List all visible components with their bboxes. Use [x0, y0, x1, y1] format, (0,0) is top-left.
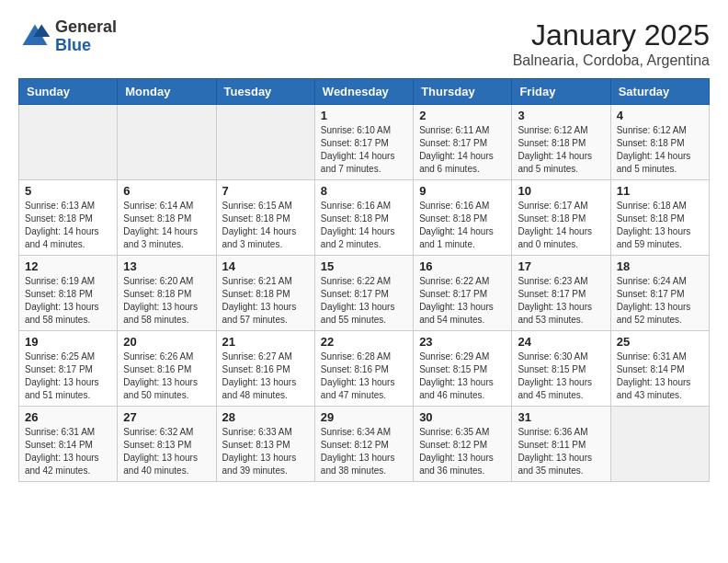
- day-number: 25: [617, 335, 703, 349]
- calendar-week-row: 26Sunrise: 6:31 AMSunset: 8:14 PMDayligh…: [19, 407, 710, 482]
- calendar-cell: 24Sunrise: 6:30 AMSunset: 8:15 PMDayligh…: [512, 331, 610, 407]
- calendar-cell: 2Sunrise: 6:11 AMSunset: 8:17 PMDaylight…: [414, 105, 512, 180]
- calendar-cell: 6Sunrise: 6:14 AMSunset: 8:18 PMDaylight…: [118, 180, 216, 256]
- calendar-cell: 28Sunrise: 6:33 AMSunset: 8:13 PMDayligh…: [216, 407, 314, 482]
- day-info: Sunrise: 6:27 AMSunset: 8:16 PMDaylight:…: [222, 350, 309, 402]
- calendar-cell: 3Sunrise: 6:12 AMSunset: 8:18 PMDaylight…: [512, 105, 610, 180]
- day-number: 2: [419, 109, 506, 122]
- calendar-cell: 9Sunrise: 6:16 AMSunset: 8:18 PMDaylight…: [414, 180, 512, 256]
- calendar-subtitle: Balnearia, Cordoba, Argentina: [513, 52, 710, 69]
- day-number: 20: [123, 335, 210, 349]
- logo-general: General: [55, 18, 117, 37]
- calendar-cell: 18Sunrise: 6:24 AMSunset: 8:17 PMDayligh…: [610, 256, 709, 331]
- day-number: 31: [518, 410, 604, 424]
- day-number: 29: [321, 410, 407, 424]
- day-number: 21: [222, 335, 309, 349]
- day-number: 9: [419, 184, 506, 198]
- day-number: 15: [321, 259, 407, 273]
- day-info: Sunrise: 6:22 AMSunset: 8:17 PMDaylight:…: [419, 275, 506, 327]
- day-number: 12: [25, 259, 111, 273]
- day-number: 7: [222, 184, 309, 198]
- day-info: Sunrise: 6:34 AMSunset: 8:12 PMDaylight:…: [321, 426, 407, 477]
- calendar-cell: 13Sunrise: 6:20 AMSunset: 8:18 PMDayligh…: [118, 256, 216, 331]
- title-block: January 2025 Balnearia, Cordoba, Argenti…: [513, 18, 710, 69]
- logo-text: General Blue: [55, 18, 117, 55]
- weekday-header: Thursday: [414, 79, 512, 105]
- calendar-cell: 31Sunrise: 6:36 AMSunset: 8:11 PMDayligh…: [512, 407, 610, 482]
- day-number: 4: [617, 109, 703, 122]
- day-number: 26: [25, 410, 111, 424]
- day-info: Sunrise: 6:19 AMSunset: 8:18 PMDaylight:…: [25, 275, 111, 327]
- day-number: 5: [25, 184, 111, 198]
- calendar-cell: 23Sunrise: 6:29 AMSunset: 8:15 PMDayligh…: [414, 331, 512, 407]
- calendar-cell: 27Sunrise: 6:32 AMSunset: 8:13 PMDayligh…: [118, 407, 216, 482]
- calendar-cell: 10Sunrise: 6:17 AMSunset: 8:18 PMDayligh…: [512, 180, 610, 256]
- day-number: 16: [419, 259, 506, 273]
- logo-blue: Blue: [55, 37, 117, 55]
- day-number: 8: [321, 184, 407, 198]
- day-number: 13: [123, 259, 210, 273]
- calendar-cell: 30Sunrise: 6:35 AMSunset: 8:12 PMDayligh…: [414, 407, 512, 482]
- calendar-header-row: SundayMondayTuesdayWednesdayThursdayFrid…: [19, 79, 710, 105]
- calendar-cell: 29Sunrise: 6:34 AMSunset: 8:12 PMDayligh…: [314, 407, 413, 482]
- day-info: Sunrise: 6:16 AMSunset: 8:18 PMDaylight:…: [321, 200, 407, 251]
- weekday-header: Sunday: [19, 79, 118, 105]
- calendar-cell: 15Sunrise: 6:22 AMSunset: 8:17 PMDayligh…: [314, 256, 413, 331]
- weekday-header: Tuesday: [216, 79, 314, 105]
- day-info: Sunrise: 6:24 AMSunset: 8:17 PMDaylight:…: [617, 275, 703, 327]
- calendar-cell: [19, 105, 118, 180]
- calendar-cell: [118, 105, 216, 180]
- day-number: 14: [222, 259, 309, 273]
- day-number: 6: [123, 184, 210, 198]
- calendar-cell: [216, 105, 314, 180]
- calendar-cell: [610, 407, 709, 482]
- calendar-cell: 12Sunrise: 6:19 AMSunset: 8:18 PMDayligh…: [19, 256, 118, 331]
- weekday-header: Friday: [512, 79, 610, 105]
- day-number: 17: [518, 259, 604, 273]
- weekday-header: Wednesday: [314, 79, 413, 105]
- day-number: 22: [321, 335, 407, 349]
- day-number: 11: [617, 184, 703, 198]
- calendar-cell: 7Sunrise: 6:15 AMSunset: 8:18 PMDaylight…: [216, 180, 314, 256]
- calendar-cell: 17Sunrise: 6:23 AMSunset: 8:17 PMDayligh…: [512, 256, 610, 331]
- day-info: Sunrise: 6:18 AMSunset: 8:18 PMDaylight:…: [617, 200, 703, 251]
- logo-icon: [18, 20, 51, 53]
- day-number: 27: [123, 410, 210, 424]
- day-number: 23: [419, 335, 506, 349]
- day-info: Sunrise: 6:12 AMSunset: 8:18 PMDaylight:…: [518, 124, 604, 176]
- day-number: 1: [321, 109, 407, 122]
- day-info: Sunrise: 6:36 AMSunset: 8:11 PMDaylight:…: [518, 426, 604, 477]
- calendar-cell: 20Sunrise: 6:26 AMSunset: 8:16 PMDayligh…: [118, 331, 216, 407]
- day-info: Sunrise: 6:23 AMSunset: 8:17 PMDaylight:…: [518, 275, 604, 327]
- calendar-week-row: 19Sunrise: 6:25 AMSunset: 8:17 PMDayligh…: [19, 331, 710, 407]
- day-info: Sunrise: 6:20 AMSunset: 8:18 PMDaylight:…: [123, 275, 210, 327]
- day-info: Sunrise: 6:31 AMSunset: 8:14 PMDaylight:…: [617, 350, 703, 402]
- calendar-cell: 25Sunrise: 6:31 AMSunset: 8:14 PMDayligh…: [610, 331, 709, 407]
- calendar-cell: 19Sunrise: 6:25 AMSunset: 8:17 PMDayligh…: [19, 331, 118, 407]
- calendar-cell: 4Sunrise: 6:12 AMSunset: 8:18 PMDaylight…: [610, 105, 709, 180]
- day-info: Sunrise: 6:17 AMSunset: 8:18 PMDaylight:…: [518, 200, 604, 251]
- day-info: Sunrise: 6:28 AMSunset: 8:16 PMDaylight:…: [321, 350, 407, 402]
- weekday-header: Saturday: [610, 79, 709, 105]
- calendar-week-row: 12Sunrise: 6:19 AMSunset: 8:18 PMDayligh…: [19, 256, 710, 331]
- day-number: 3: [518, 109, 604, 122]
- day-info: Sunrise: 6:13 AMSunset: 8:18 PMDaylight:…: [25, 200, 111, 251]
- calendar-cell: 14Sunrise: 6:21 AMSunset: 8:18 PMDayligh…: [216, 256, 314, 331]
- calendar-cell: 21Sunrise: 6:27 AMSunset: 8:16 PMDayligh…: [216, 331, 314, 407]
- day-info: Sunrise: 6:25 AMSunset: 8:17 PMDaylight:…: [25, 350, 111, 402]
- day-number: 28: [222, 410, 309, 424]
- day-info: Sunrise: 6:26 AMSunset: 8:16 PMDaylight:…: [123, 350, 210, 402]
- day-info: Sunrise: 6:21 AMSunset: 8:18 PMDaylight:…: [222, 275, 309, 327]
- calendar-cell: 16Sunrise: 6:22 AMSunset: 8:17 PMDayligh…: [414, 256, 512, 331]
- calendar-table: SundayMondayTuesdayWednesdayThursdayFrid…: [18, 78, 710, 482]
- day-info: Sunrise: 6:33 AMSunset: 8:13 PMDaylight:…: [222, 426, 309, 477]
- day-number: 24: [518, 335, 604, 349]
- day-info: Sunrise: 6:30 AMSunset: 8:15 PMDaylight:…: [518, 350, 604, 402]
- day-info: Sunrise: 6:11 AMSunset: 8:17 PMDaylight:…: [419, 124, 506, 176]
- day-info: Sunrise: 6:22 AMSunset: 8:17 PMDaylight:…: [321, 275, 407, 327]
- page-header: General Blue January 2025 Balnearia, Cor…: [18, 18, 710, 69]
- day-info: Sunrise: 6:32 AMSunset: 8:13 PMDaylight:…: [123, 426, 210, 477]
- day-number: 19: [25, 335, 111, 349]
- day-info: Sunrise: 6:10 AMSunset: 8:17 PMDaylight:…: [321, 124, 407, 176]
- day-info: Sunrise: 6:16 AMSunset: 8:18 PMDaylight:…: [419, 200, 506, 251]
